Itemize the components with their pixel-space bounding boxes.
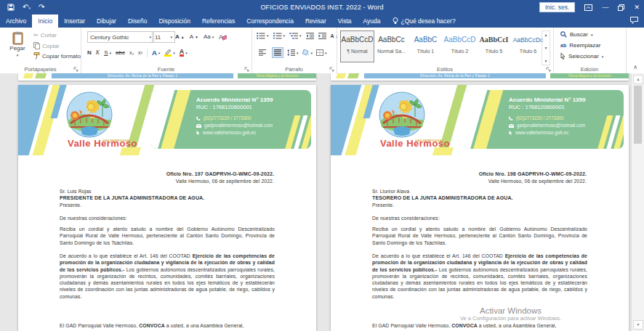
highlight-color-button[interactable] <box>164 49 172 57</box>
tab-revisar[interactable]: Revisar <box>299 15 332 28</box>
paste-button[interactable]: Pegar ▾ <box>6 31 29 58</box>
clipboard-dialog-launcher-icon[interactable] <box>73 67 79 72</box>
group-edicion: Buscar▾ abReemplazar Seleccionar▾ Edició… <box>553 28 627 73</box>
header-info-box: Acuerdo Ministerial N° 1359 RUC : 176812… <box>151 90 311 149</box>
email-address: gadprvallehermoso@hotmail.com <box>204 122 273 129</box>
font-name-select[interactable]: Century Gothic▾ <box>87 31 154 43</box>
tab-vista[interactable]: Vista <box>332 15 358 28</box>
style-titulo-2[interactable]: AaBbCcDTítulo 2 <box>443 30 477 62</box>
ruc: RUC : 1768120600001 <box>196 104 273 110</box>
tab-insertar[interactable]: Insertar <box>58 15 91 28</box>
tell-me-box[interactable]: ¿Qué desea hacer? <box>387 15 462 28</box>
subscript-button[interactable]: x₂ <box>129 50 134 55</box>
format-painter-button[interactable]: Copiar formato <box>33 52 81 60</box>
letterhead: Valle Hermoso GAD PARROQUIAL Acuerdo Min… <box>331 85 629 155</box>
paragraph-dialog-launcher-icon[interactable] <box>329 67 334 72</box>
comments-icon[interactable] <box>630 17 638 28</box>
chevron-down-icon: ▾ <box>149 35 151 39</box>
styles-scroll-down-icon[interactable]: ▼ <box>544 46 548 50</box>
text-effects-button[interactable]: A <box>152 49 157 57</box>
collapse-ribbon-icon[interactable]: ∧ <box>633 64 637 70</box>
close-button[interactable]: ✕ <box>634 0 640 15</box>
title-bar: ↶▾ ↷ ▾ OFICIOS ENVIADOS INST. 2022 - Wor… <box>0 0 644 15</box>
previous-page-bottom-left[interactable]: Dirección: Av. Reina de la Paz y Pasaje … <box>18 73 316 81</box>
recipient-title: TESORERO DE LA JUNTA ADMINISTRADORA DE A… <box>372 195 513 201</box>
style-titulo-1[interactable]: AaBbCTítulo 1 <box>408 30 443 62</box>
change-case-button[interactable]: Aa▾ <box>204 33 214 40</box>
find-button[interactable]: Buscar▾ <box>560 31 592 38</box>
underline-button[interactable]: S <box>104 49 108 56</box>
tab-diseno[interactable]: Diseño <box>122 15 153 28</box>
document-page-2[interactable]: Valle Hermoso GAD PARROQUIAL Acuerdo Min… <box>331 85 629 331</box>
replace-button[interactable]: abReemplazar <box>560 42 600 49</box>
ribbon-tab-row: Archivo Inicio Insertar Dibujar Diseño D… <box>0 15 644 28</box>
oficio-number: Oficio Nro. 198 GADPRVH-O-WMC-09-2022. <box>479 171 587 177</box>
phone-number: (02)2773220 / 2773300 <box>204 115 251 122</box>
tab-inicio[interactable]: Inicio <box>32 15 58 28</box>
tab-dibujar[interactable]: Dibujar <box>91 15 122 28</box>
paragraph-3: El GAD Parroquial Valle Hermoso, CONVOCA… <box>60 322 275 329</box>
restore-button[interactable] <box>618 4 624 11</box>
grow-font-button[interactable]: A▲ <box>175 33 185 40</box>
italic-button[interactable]: K <box>96 49 100 56</box>
sign-in-button[interactable]: Inic. ses. <box>539 2 576 12</box>
styles-more-icon[interactable]: ▼ <box>544 59 548 63</box>
shrink-font-button[interactable]: A▼ <box>190 33 198 40</box>
acuerdo-ministerial: Acuerdo Ministerial N° 1359 <box>196 97 273 104</box>
tab-correspondencia[interactable]: Correspondencia <box>241 15 299 28</box>
oficio-number: Oficio Nro. 197 GADPRVH-O-WMC-09-2022. <box>166 171 274 177</box>
presente-line: Presente. <box>60 202 81 208</box>
group-portapapeles: Pegar ▾ ✂Cortar Copiar Copiar formato Po… <box>0 28 81 73</box>
scroll-up-icon[interactable]: ▲ <box>633 75 643 84</box>
style-titulo-5[interactable]: AaBbCcITítulo 5 <box>477 30 511 62</box>
chevron-down-icon: ▾ <box>170 35 172 39</box>
copy-button[interactable]: Copiar <box>33 42 60 49</box>
tab-referencias[interactable]: Referencias <box>196 15 241 28</box>
scissors-icon: ✂ <box>33 32 39 38</box>
style-normal-sa[interactable]: AaBbCcNormal Sa... <box>374 30 408 62</box>
justify-button[interactable] <box>272 47 283 58</box>
replace-icon: ab <box>560 43 566 48</box>
bullets-button[interactable]: ▾ <box>257 33 269 39</box>
decrease-indent-icon[interactable] <box>306 33 314 39</box>
cursor-icon <box>196 131 200 135</box>
email-icon <box>196 124 201 128</box>
scroll-down-icon[interactable]: ▼ <box>633 320 643 330</box>
strikethrough-button[interactable]: abc <box>116 49 125 56</box>
select-button[interactable]: Seleccionar▾ <box>560 53 603 60</box>
letter-date: Valle Hermoso, 06 de septiembre del 2022… <box>488 178 587 184</box>
styles-dialog-launcher-icon[interactable] <box>546 67 551 72</box>
scrollbar-thumb[interactable] <box>634 86 642 144</box>
tab-archivo[interactable]: Archivo <box>0 15 32 28</box>
multilevel-list-button[interactable]: ▾ <box>289 33 302 39</box>
numbering-button[interactable]: ▾ <box>273 33 286 39</box>
style-titulo-6[interactable]: AaBbCcDcTítulo 6 <box>511 30 545 62</box>
cut-button[interactable]: ✂Cortar <box>33 32 57 38</box>
format-painter-icon <box>33 52 40 60</box>
paragraph-1: Reciba un cordial y atento saludo a nomb… <box>60 226 275 246</box>
increase-indent-icon[interactable] <box>318 33 326 39</box>
minimize-button[interactable]: — <box>602 0 608 15</box>
align-left-button[interactable] <box>257 47 268 58</box>
line-spacing-button[interactable]: ▾ <box>287 49 299 56</box>
style-normal[interactable]: AaBbCcD¶ Normal <box>340 30 374 62</box>
group-estilos: AaBbCcD¶ Normal AaBbCcNormal Sa... AaBbC… <box>337 28 554 73</box>
tab-disposicion[interactable]: Disposición <box>153 15 196 28</box>
borders-button[interactable]: ▾ <box>316 49 327 56</box>
clear-formatting-icon[interactable]: A <box>219 33 227 41</box>
font-color-button[interactable]: A <box>180 49 185 57</box>
lightbulb-icon <box>393 17 398 25</box>
bold-button[interactable]: N <box>87 49 92 56</box>
font-dialog-launcher-icon[interactable] <box>244 67 249 72</box>
document-page-1[interactable]: Valle Hermoso GAD PARROQUIAL Acuerdo Min… <box>18 85 316 331</box>
vertical-scrollbar[interactable]: ▲ ▼ <box>631 73 644 331</box>
font-size-select[interactable]: 11▾ <box>152 31 175 43</box>
tab-ayuda[interactable]: Ayuda <box>358 15 387 28</box>
website: www.vallehermoso.gob.ec <box>203 129 256 136</box>
superscript-button[interactable]: x² <box>138 50 142 55</box>
styles-scroll-up-icon[interactable]: ▲ <box>544 33 548 37</box>
ribbon-display-options-icon[interactable] <box>584 4 592 11</box>
previous-page-bottom-right[interactable]: Dirección: Av. Reina de la Paz y Pasaje … <box>331 73 629 81</box>
salutation: De nuestras consideraciones: <box>60 215 127 221</box>
shading-button[interactable]: ▾ <box>302 49 313 56</box>
